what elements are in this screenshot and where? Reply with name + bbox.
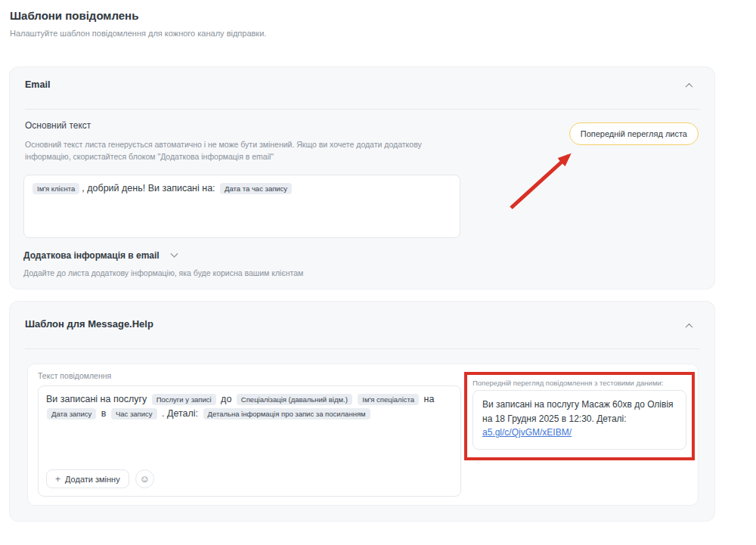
chevron-up-icon: [685, 82, 692, 90]
email-collapse-button[interactable]: [683, 79, 695, 91]
plus-icon: +: [55, 474, 60, 485]
extra-info-title: Додаткова інформація в email: [23, 250, 160, 261]
message-preview-box: Ви записані на послугу Масаж 60хв до Олі…: [472, 390, 686, 450]
message-collapse-button[interactable]: [683, 320, 695, 332]
smiley-icon: ☺: [140, 473, 150, 485]
extra-info-description: Додайте до листа додаткову інформацію, я…: [23, 268, 303, 277]
annotation-highlight-box: Попередній перегляд повідомлення з тесто…: [464, 372, 695, 460]
variable-chip-record-time[interactable]: Час запису: [111, 408, 157, 420]
chevron-down-icon: [170, 249, 178, 257]
message-editor-label: Текст повідомлення: [38, 371, 111, 380]
template-text: , добрий день! Ви записані на:: [82, 183, 215, 194]
chevron-up-icon: [685, 323, 692, 330]
message-card-title: Шаблон для Message.Help: [25, 318, 153, 330]
template-text: . Деталі:: [162, 408, 198, 419]
variable-chip-datetime: Дата та час запису: [220, 183, 292, 194]
main-text-title: Основний текст: [25, 120, 91, 131]
message-text-editor[interactable]: Ви записані на послугу Послуги у записі …: [38, 386, 461, 497]
message-preview-link[interactable]: a5.gl/c/QjvGM/xEIBM/: [482, 427, 572, 438]
email-body-readonly-editor: Ім'я клієнта, добрий день! Ви записані н…: [23, 175, 460, 238]
template-text: на: [424, 394, 435, 404]
page-subtitle: Налаштуйте шаблон повідомлення для кожно…: [10, 29, 266, 38]
page-title: Шаблони повідомлень: [10, 9, 138, 22]
add-variable-label: Додати змінну: [65, 475, 120, 484]
main-text-description: Основний текст листа генерується автомат…: [25, 138, 462, 163]
divider: [25, 348, 699, 349]
variable-chip-specialization[interactable]: Спеціалізація (давальний відм.): [237, 394, 352, 405]
variable-chip-record-date[interactable]: Дата запису: [47, 408, 96, 420]
message-preview-label: Попередній перегляд повідомлення з тесто…: [472, 379, 686, 387]
email-preview-button[interactable]: Попередній перегляд листа: [569, 122, 699, 145]
add-variable-button[interactable]: + Додати змінну: [46, 469, 129, 488]
variable-chip-specialist-name[interactable]: Ім'я спеціаліста: [358, 394, 419, 405]
template-text: до: [221, 394, 231, 404]
variable-chip-client-name: Ім'я клієнта: [33, 183, 79, 194]
template-text: Ви записані на послугу: [46, 394, 147, 404]
email-card-title: Email: [25, 79, 50, 90]
divider: [25, 109, 699, 110]
message-editor-panel: Текст повідомлення Ви записані на послуг…: [27, 364, 699, 506]
emoji-picker-button[interactable]: ☺: [135, 469, 154, 488]
message-help-template-card: Шаблон для Message.Help Текст повідомлен…: [9, 301, 715, 522]
template-text: в: [101, 408, 107, 419]
variable-chip-record-details-link[interactable]: Детальна інформація про запис за посилан…: [203, 408, 370, 420]
message-preview-text: Ви записані на послугу Масаж 60хв до Олі…: [482, 399, 674, 424]
extra-info-toggle[interactable]: Додаткова інформація в email: [23, 250, 177, 261]
variable-chip-services[interactable]: Послуги у записі: [152, 394, 216, 405]
editor-toolbar: + Додати змінну ☺: [46, 469, 154, 488]
email-template-card: Email Основний текст Основний текст лист…: [9, 67, 715, 290]
